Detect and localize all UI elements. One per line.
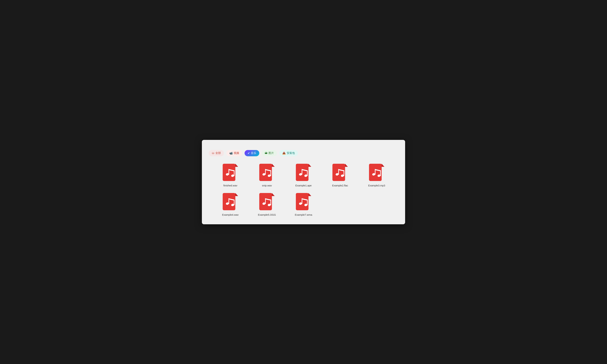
music-file-icon <box>222 163 239 182</box>
filter-tab-video[interactable]: 📹视频 <box>226 150 242 156</box>
file-item[interactable]: finished.wav <box>212 163 249 187</box>
music-file-icon <box>295 192 312 211</box>
file-manager-screen: 🗂全部📹视频✔音乐🏔图片📥安装包 <box>202 140 405 224</box>
filter-label-all: 全部 <box>215 151 221 155</box>
file-grid-row2: Example4.wav Example <box>209 192 398 216</box>
filter-tab-photo[interactable]: 🏔图片 <box>262 150 277 156</box>
filter-tab-all[interactable]: 🗂全部 <box>209 150 224 156</box>
file-label: Example1.ape <box>295 184 312 187</box>
music-file-icon <box>222 192 239 211</box>
filter-icon-photo: 🏔 <box>265 152 267 155</box>
filter-label-video: 视频 <box>234 151 239 155</box>
filter-label-photo: 图片 <box>268 151 274 155</box>
music-file-icon <box>259 163 276 182</box>
file-item[interactable]: Example5.OGG <box>249 192 285 216</box>
music-file-icon <box>331 163 348 182</box>
filter-icon-music: ✔ <box>248 152 250 155</box>
music-file-icon <box>259 192 276 211</box>
file-item[interactable]: snip.wav <box>249 163 285 187</box>
filter-icon-all: 🗂 <box>212 152 214 155</box>
file-label: Example4.wav <box>222 213 239 216</box>
file-item[interactable]: Example3.mp3 <box>358 163 395 187</box>
filter-icon-video: 📹 <box>229 152 233 155</box>
file-label: Example7.wma <box>295 213 312 216</box>
filter-label-install: 安装包 <box>287 151 295 155</box>
file-item[interactable]: Example4.wav <box>212 192 249 216</box>
music-file-icon <box>368 163 385 182</box>
music-file-icon <box>295 163 312 182</box>
file-label: Example3.mp3 <box>368 184 385 187</box>
filter-bar: 🗂全部📹视频✔音乐🏔图片📥安装包 <box>209 150 398 156</box>
file-label: finished.wav <box>223 184 237 187</box>
file-item[interactable]: Example2.flac <box>322 163 358 187</box>
file-item[interactable]: Example1.ape <box>285 163 322 187</box>
file-label: Example2.flac <box>332 184 348 187</box>
file-label: Example5.OGG <box>258 213 276 216</box>
filter-tab-install[interactable]: 📥安装包 <box>279 150 298 156</box>
file-grid-row1: finished.wav snip.wa <box>209 163 398 187</box>
filter-icon-install: 📥 <box>282 152 286 155</box>
filter-tab-music[interactable]: ✔音乐 <box>245 150 259 156</box>
file-item[interactable]: Example7.wma <box>285 192 322 216</box>
filter-label-music: 音乐 <box>251 151 256 155</box>
file-label: snip.wav <box>262 184 272 187</box>
